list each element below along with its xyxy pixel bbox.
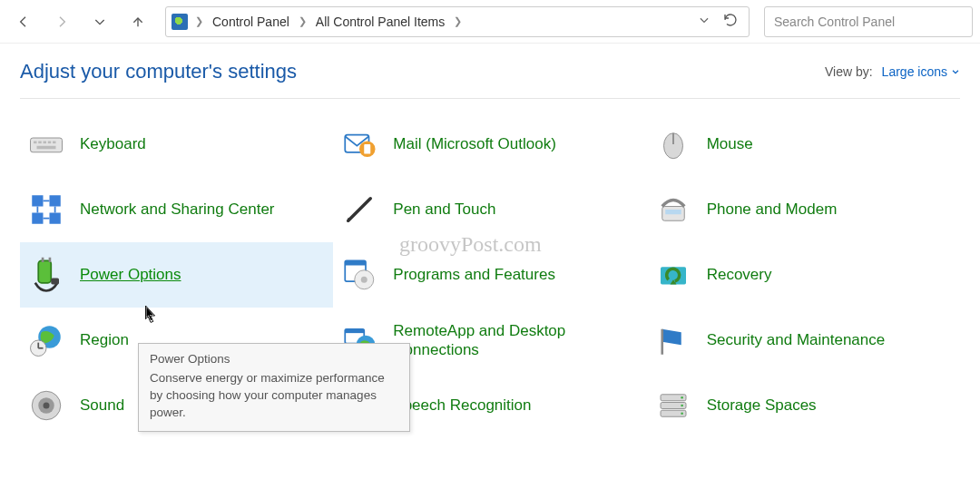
region-icon <box>27 321 65 359</box>
item-label: Phone and Modem <box>707 200 838 219</box>
item-label: Mail (Microsoft Outlook) <box>393 134 555 153</box>
svg-rect-2 <box>34 142 37 144</box>
network-icon <box>27 191 65 229</box>
item-label: Sound <box>80 396 124 415</box>
tooltip-title: Power Options <box>150 351 398 368</box>
svg-rect-26 <box>42 258 44 262</box>
search-placeholder: Search Control Panel <box>774 15 895 29</box>
item-keyboard[interactable]: Keyboard <box>20 112 333 177</box>
item-mouse[interactable]: Mouse <box>647 112 960 177</box>
svg-point-54 <box>681 412 683 415</box>
svg-point-46 <box>44 403 50 409</box>
svg-point-53 <box>681 405 683 407</box>
svg-rect-25 <box>38 260 51 283</box>
item-power-options[interactable]: Power Options <box>20 242 333 308</box>
item-network[interactable]: Network and Sharing Center <box>20 177 333 242</box>
item-mail[interactable]: Mail (Microsoft Outlook) <box>333 112 646 177</box>
item-label: Recovery <box>707 265 772 284</box>
control-panel-icon <box>172 14 188 30</box>
svg-line-21 <box>348 199 371 221</box>
svg-rect-15 <box>32 213 43 224</box>
svg-rect-40 <box>346 329 365 333</box>
view-by-dropdown[interactable]: Large icons <box>882 64 960 79</box>
address-bar[interactable]: ❯ Control Panel ❯ All Control Panel Item… <box>165 6 750 37</box>
svg-rect-24 <box>665 210 681 214</box>
item-label: Speech Recognition <box>393 396 531 415</box>
mail-icon <box>340 125 378 163</box>
svg-rect-5 <box>48 142 52 144</box>
forward-button[interactable] <box>45 5 78 38</box>
mouse-icon <box>654 125 692 163</box>
view-by-mode: Large icons <box>882 64 947 79</box>
svg-rect-4 <box>44 142 47 144</box>
svg-point-32 <box>361 277 368 283</box>
security-icon <box>654 321 692 359</box>
svg-marker-42 <box>662 329 681 346</box>
item-label: Keyboard <box>80 134 146 153</box>
page-title: Adjust your computer's settings <box>20 60 297 83</box>
item-label: Mouse <box>707 134 753 153</box>
svg-rect-30 <box>346 260 367 265</box>
svg-rect-7 <box>37 146 56 150</box>
back-button[interactable] <box>7 5 40 38</box>
view-by-label: View by: <box>825 64 873 79</box>
item-label: Power Options <box>80 265 181 284</box>
chevron-right-icon: ❯ <box>452 15 464 27</box>
svg-rect-14 <box>50 195 61 206</box>
search-input[interactable]: Search Control Panel <box>764 6 973 37</box>
item-label: Network and Sharing Center <box>80 200 275 219</box>
phone-icon <box>654 191 692 229</box>
svg-rect-27 <box>49 258 52 262</box>
refresh-button[interactable] <box>723 13 738 30</box>
programs-icon <box>340 256 378 294</box>
svg-rect-13 <box>32 195 43 206</box>
item-phone[interactable]: Phone and Modem <box>647 177 960 242</box>
item-label: Storage Spaces <box>707 396 817 415</box>
item-label: RemoteApp and Desktop Connections <box>393 321 639 360</box>
item-programs[interactable]: Programs and Features <box>333 242 646 308</box>
item-label: Region <box>80 330 129 349</box>
item-recovery[interactable]: Recovery <box>647 242 960 308</box>
item-security[interactable]: Security and Maintenance <box>647 308 960 373</box>
cursor-pointer-icon <box>141 304 161 328</box>
sound-icon <box>27 386 65 425</box>
svg-rect-1 <box>31 138 63 152</box>
svg-point-52 <box>681 396 683 399</box>
chevron-right-icon: ❯ <box>297 15 309 27</box>
item-storage[interactable]: Storage Spaces <box>647 373 960 438</box>
header: Adjust your computer's settings View by:… <box>20 60 960 99</box>
item-label: Security and Maintenance <box>707 330 886 349</box>
recovery-icon <box>654 256 692 294</box>
toolbar: ❯ Control Panel ❯ All Control Panel Item… <box>0 0 980 44</box>
view-by: View by: Large icons <box>825 64 960 79</box>
breadcrumb-root[interactable]: Control Panel <box>207 11 295 33</box>
up-button[interactable] <box>122 5 154 38</box>
item-pen[interactable]: Pen and Touch <box>333 177 646 242</box>
svg-rect-3 <box>38 142 42 144</box>
power-icon <box>27 256 65 294</box>
item-label: Pen and Touch <box>393 200 495 219</box>
tooltip: Power Options Conserve energy or maximiz… <box>138 343 410 432</box>
item-label: Programs and Features <box>393 265 555 284</box>
svg-rect-28 <box>51 279 59 285</box>
breadcrumb-sub[interactable]: All Control Panel Items <box>310 11 450 33</box>
address-dropdown[interactable] <box>698 14 710 29</box>
svg-rect-16 <box>50 213 61 224</box>
pen-icon <box>340 191 378 229</box>
recent-dropdown[interactable] <box>83 5 116 38</box>
keyboard-icon <box>27 125 65 163</box>
storage-icon <box>654 386 692 425</box>
svg-rect-10 <box>365 144 371 154</box>
tooltip-body: Conserve energy or maximize performance … <box>150 370 398 422</box>
svg-rect-6 <box>53 142 56 144</box>
chevron-right-icon: ❯ <box>193 15 205 27</box>
